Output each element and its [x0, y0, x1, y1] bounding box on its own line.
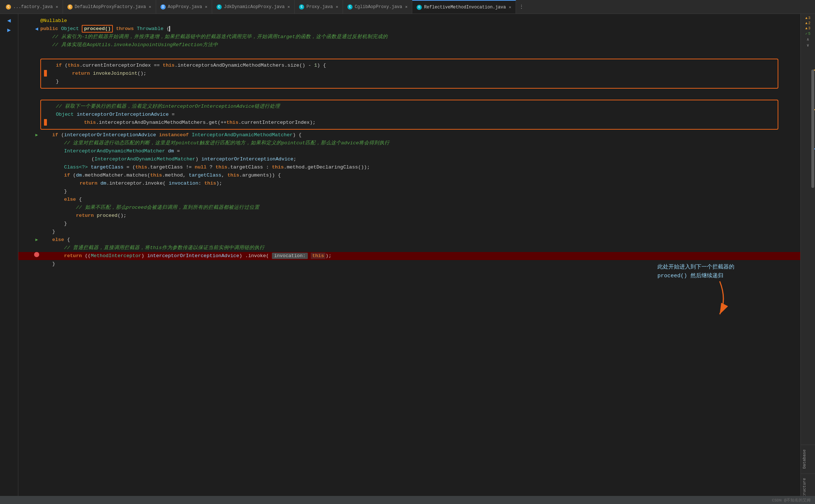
code-line-comment1: // 从索引为-1的拦截器开始调用，并按序递增，如果拦截器链中的拦截器迭代调用完… — [18, 33, 800, 41]
sidebar-warnings: ▲ 3 ▲ 2 ▲ 3 ✓ 5 ∧ ∨ — [801, 14, 815, 50]
sidebar-database[interactable]: Database — [801, 445, 815, 473]
line-content-brace5: } — [40, 260, 794, 268]
code-line-obj: Object interceptorOrInterceptionAdvice = — [41, 111, 778, 119]
line-content-cast: (InterceptorAndDynamicMethodMatcher) int… — [40, 155, 794, 163]
line-content-instanceof: if (interceptorOrInterceptionAdvice inst… — [40, 131, 794, 139]
line-content-rp: return proceed(); — [40, 212, 794, 220]
code-line-brace3: } — [18, 220, 800, 228]
tab-label-aopproxy: AopProxy.java — [168, 4, 202, 10]
tab-label-reflective: ReflectiveMethodInvocation.java — [424, 5, 506, 10]
code-line-cast: (InterceptorAndDynamicMethodMatcher) int… — [18, 155, 800, 163]
tab-icon-aopproxy: I — [161, 4, 166, 10]
warning-icon-3: ▲ — [805, 26, 807, 30]
tab-aopproxy[interactable]: I AopProxy.java ✕ — [156, 0, 212, 14]
line-content-rmi: return ((MethodInterceptor) interceptorO… — [40, 252, 794, 260]
tab-icon-aopproxy-default: C — [67, 4, 73, 10]
main-layout: ◀ ▶ @Nullable ◀ public Object proceed() … — [0, 14, 815, 504]
chevron-down-icon: ∨ — [807, 43, 809, 48]
tab-close-factory[interactable]: ✕ — [56, 4, 58, 9]
code-line-matches: if (dm.methodMatcher.matches(this.method… — [18, 171, 800, 179]
code-line-return-proceed: return proceed(); — [18, 212, 800, 220]
code-line-brace1: } — [41, 78, 778, 86]
tab-factory[interactable]: C ...factory.java ✕ — [1, 0, 63, 14]
line-content-e2 — [40, 90, 794, 98]
code-line-comment5: // 如果不匹配，那么proceed会被递归调用，直到所有的拦截器都被运行过位置 — [18, 204, 800, 212]
gutter-icon-1[interactable]: ◀ — [5, 17, 13, 24]
tab-label-jdk: JdkDynamicAopProxy.java — [224, 4, 285, 10]
line-content-proceed: public Object proceed() throws Throwable… — [40, 25, 794, 33]
tab-icon-jdk: C — [217, 4, 222, 10]
tab-bar: C ...factory.java ✕ C DefaultAopProxyFac… — [0, 0, 815, 14]
check-icon: ✓ — [805, 32, 807, 36]
line-content-brace3: } — [40, 220, 794, 228]
code-line-comment4: // 这里对拦截器进行动态匹配的判断，这里是对pointcut触发进行匹配的地方… — [18, 139, 800, 147]
warning-4: ✓ 5 — [802, 32, 814, 36]
tab-icon-factory: C — [6, 4, 11, 10]
line-content-comment4: // 这里对拦截器进行动态匹配的判断，这里是对pointcut触发进行匹配的地方… — [40, 139, 794, 147]
warning-count-1: 3 — [808, 16, 811, 20]
line-gutter-rmi — [33, 252, 40, 257]
run-arrow: ▶ — [35, 131, 38, 139]
warning-2: ▲ 2 — [802, 21, 814, 25]
code-line-if1: if (this.currentInterceptorIndex == this… — [41, 62, 778, 70]
line-gutter-else2: ▶ — [33, 236, 40, 244]
scroll-thumb[interactable] — [811, 70, 814, 188]
tab-overflow[interactable]: ⋮ — [516, 4, 527, 10]
tab-icon-cglib: C — [347, 4, 353, 10]
arrow-svg — [698, 278, 742, 322]
tab-aopproxy-default[interactable]: C DefaultAopProxyFactory.java ✕ — [63, 0, 156, 14]
code-line-empty1 — [18, 49, 800, 57]
code-line-else1: else { — [18, 196, 800, 204]
line-content-matches: if (dm.methodMatcher.matches(this.method… — [40, 171, 794, 179]
tab-icon-proxy: C — [299, 4, 304, 10]
warning-1: ▲ 3 — [802, 16, 814, 20]
tab-close-aopproxy-default[interactable]: ✕ — [149, 4, 151, 9]
code-line-instanceof: ▶ if (interceptorOrInterceptionAdvice in… — [18, 131, 800, 139]
line-gutter-proceed: ◀ — [33, 25, 40, 33]
code-line-comment3: // 获取下一个要执行的拦截器，沿着定义好的interceptorOrInter… — [41, 103, 778, 111]
tab-icon-reflective: C — [417, 5, 422, 10]
line-content-this-get: this.interceptorsAndDynamicMethodMatcher… — [44, 119, 772, 127]
line-content-c2: // 具体实现在AopUtils.invokeJoinpointUsingRef… — [40, 41, 794, 49]
warning-icon-1: ▲ — [805, 16, 807, 20]
tab-reflective[interactable]: C ReflectiveMethodInvocation.java ✕ — [412, 0, 516, 14]
nav-down[interactable]: ∨ — [802, 43, 814, 48]
nav-up[interactable]: ∧ — [802, 37, 814, 42]
scroll-area[interactable] — [801, 50, 815, 445]
tab-label-factory: ...factory.java — [13, 4, 53, 10]
warning-icon-2: ▲ — [805, 21, 807, 25]
line-content-else1: else { — [40, 196, 794, 204]
tab-close-jdk[interactable]: ✕ — [288, 4, 290, 9]
code-line-empty2 — [18, 90, 800, 98]
tab-close-reflective[interactable]: ✕ — [509, 5, 511, 10]
right-sidebar: ▲ 3 ▲ 2 ▲ 3 ✓ 5 ∧ ∨ — [800, 14, 815, 504]
tab-close-proxy[interactable]: ✕ — [336, 4, 338, 9]
tab-cglib[interactable]: C CglibAopProxy.java ✕ — [343, 0, 412, 14]
code-line-comment6: // 普通拦截器，直接调用拦截器，将this作为参数传递以保证当前实例中调用链的… — [18, 244, 800, 252]
code-line-invoke1: return dm.interceptor.invoke( invocation… — [18, 179, 800, 188]
gutter-icon-2[interactable]: ▶ — [5, 26, 13, 34]
run-arrow-2: ▶ — [35, 236, 38, 244]
tab-label-proxy: Proxy.java — [306, 4, 333, 10]
tab-close-cglib[interactable]: ✕ — [405, 4, 408, 9]
tab-proxy[interactable]: C Proxy.java ✕ — [295, 0, 343, 14]
line-content-if1: if (this.currentInterceptorIndex == this… — [44, 62, 772, 70]
annotation-line2: proceed() 然后继续递归 — [657, 272, 734, 281]
chevron-up-icon: ∧ — [807, 37, 809, 42]
tab-jdk[interactable]: C JdkDynamicAopProxy.java ✕ — [212, 0, 295, 14]
line-content-e1 — [40, 49, 794, 57]
code-line-this-get: this.interceptorsAndDynamicMethodMatcher… — [41, 119, 778, 127]
code-container: @Nullable ◀ public Object proceed() thro… — [18, 14, 800, 271]
line-content-brace4: } — [40, 228, 794, 236]
line-content-else2: else { — [40, 236, 794, 244]
line-content-return1: return invokeJoinpoint(); — [44, 70, 772, 78]
tab-close-aopproxy[interactable]: ✕ — [205, 4, 207, 9]
code-line-comment2: // 具体实现在AopUtils.invokeJoinpointUsingRef… — [18, 41, 800, 49]
line-content-inv1: return dm.interceptor.invoke( invocation… — [40, 179, 794, 188]
warning-count-2: 2 — [808, 21, 811, 25]
bottom-bar: CSDN @不知名的艾姆 — [0, 496, 815, 504]
code-line-return-mi: return ((MethodInterceptor) interceptorO… — [18, 252, 800, 260]
line-content-brace2: } — [40, 188, 794, 196]
code-line-nullable: @Nullable — [18, 17, 800, 25]
warning-count-3: 3 — [808, 26, 811, 30]
